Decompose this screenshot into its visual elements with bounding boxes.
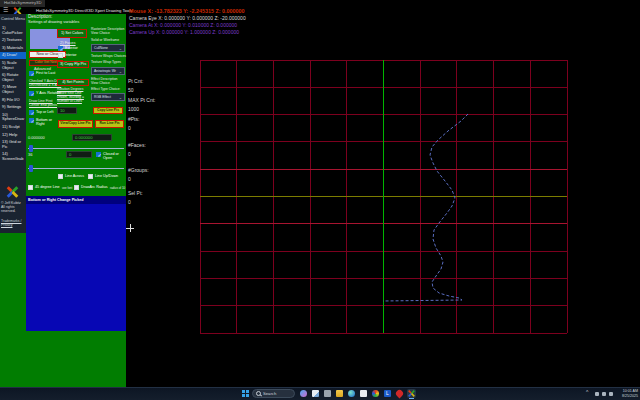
drawing-canvas[interactable] — [0, 0, 640, 400]
tray-hidden-icons-caret[interactable]: ^ — [586, 390, 588, 396]
search-label: Search — [263, 391, 276, 396]
file-explorer-icon[interactable] — [336, 390, 343, 397]
hot3ds-app-icon[interactable] — [408, 390, 415, 397]
task-view-icon[interactable] — [312, 390, 319, 397]
search-icon — [256, 391, 261, 396]
app-icon-gray[interactable] — [324, 390, 331, 397]
taskbar — [0, 387, 640, 400]
taskbar-clock[interactable]: 10:01 AM 8/25/2025 — [622, 389, 638, 398]
volume-icon[interactable] — [602, 392, 606, 396]
clock-date: 8/25/2025 — [622, 394, 638, 399]
clock-time: 10:01 AM — [622, 389, 638, 394]
taskbar-search[interactable]: Search — [252, 389, 295, 398]
l-app-icon[interactable]: L — [384, 390, 391, 397]
paint-app-icon[interactable] — [372, 390, 379, 397]
windows-start-button[interactable] — [242, 390, 249, 397]
photos-app-icon[interactable] — [360, 390, 367, 397]
copilot-icon[interactable] — [300, 390, 307, 397]
edge-browser-icon[interactable] — [348, 390, 355, 397]
network-icon[interactable] — [595, 392, 599, 396]
language-icon[interactable] — [609, 392, 613, 396]
